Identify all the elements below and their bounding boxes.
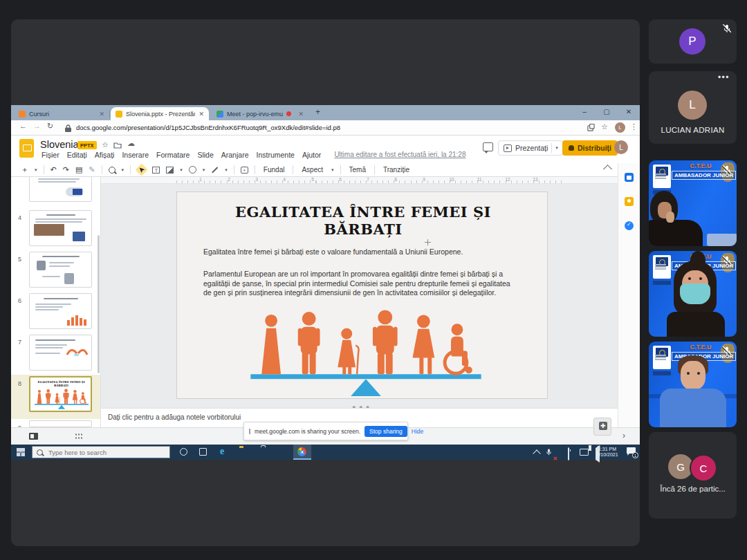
participant-video-tile-2[interactable]: C.T.E.U AMBASADOR JUNIOR (649, 251, 737, 337)
paint-format-icon[interactable]: ✎ (89, 165, 95, 174)
document-title[interactable]: Slovenia (40, 139, 79, 150)
comment-history-icon[interactable] (483, 142, 493, 151)
speaker-notes-placeholder[interactable]: Dați clic pentru a adăuga notele vorbito… (108, 413, 241, 421)
new-slide-button[interactable]: ＋ (21, 165, 28, 175)
window-close-button[interactable]: ✕ (620, 105, 638, 119)
network-display-icon[interactable] (580, 449, 589, 456)
tile-options-icon[interactable]: ••• (718, 73, 730, 82)
screen-share-tile[interactable]: Cursuri ✕ Slovenia.pptx - Prezentări Goo… (11, 19, 640, 546)
stop-sharing-button[interactable]: Stop sharing (365, 426, 407, 437)
menu-aranjare[interactable]: Aranjare (221, 151, 249, 159)
filmstrip-scrollbar[interactable] (98, 235, 100, 373)
current-slide[interactable]: EGALITATEA ÎNTRE FEMEI ȘI BĂRBAȚI Egalit… (176, 192, 548, 399)
taskbar-clock[interactable]: 1:31 PM 5/10/2021 (593, 447, 621, 458)
taskbar-search[interactable] (32, 446, 170, 458)
menu-instrumente[interactable]: Instrumente (256, 151, 294, 159)
zoom-icon[interactable] (109, 167, 116, 174)
share-button[interactable]: Distribuiți (562, 140, 618, 156)
slides-logo[interactable] (19, 139, 34, 158)
print-icon[interactable]: ▤ (75, 165, 82, 174)
browser-profile-avatar[interactable]: L (615, 122, 625, 133)
participants-overflow-tile[interactable]: G C Încă 26 de partic... (649, 432, 737, 519)
menu-ajutor[interactable]: Ajutor (302, 151, 321, 159)
tab-close-icon[interactable]: ✕ (99, 111, 104, 118)
address-input[interactable]: docs.google.com/presentation/d/1p5JCJbsB… (76, 124, 340, 131)
file-explorer-icon[interactable] (239, 447, 249, 457)
extension-icon[interactable] (587, 124, 595, 131)
zoom-dropdown[interactable]: ▾ (122, 167, 124, 173)
back-icon[interactable]: ← (19, 122, 27, 130)
start-button[interactable] (17, 448, 25, 456)
tab-meet[interactable]: Meet - pop-irvu-emu ✕ (212, 107, 308, 120)
filmstrip-view-icon[interactable] (29, 433, 38, 440)
menu-slide[interactable]: Slide (197, 151, 213, 159)
star-document-icon[interactable]: ☆ (102, 140, 109, 149)
hide-banner-link[interactable]: Hide (412, 428, 423, 435)
window-minimize-button[interactable]: – (575, 105, 593, 119)
expand-panel-icon[interactable]: › (622, 431, 625, 440)
move-handle-icon[interactable] (425, 239, 431, 245)
slide-thumbnail-8-selected[interactable]: EGALITATEA ÎNTRE FEMEI ȘI BĂRBAȚI (29, 376, 92, 412)
tab-cursuri[interactable]: Cursuri ✕ (14, 107, 109, 120)
participant-tile-p[interactable]: P (649, 19, 737, 64)
undo-icon[interactable]: ↶ (50, 165, 57, 174)
tab-close-icon[interactable]: ✕ (199, 111, 204, 118)
slide-thumbnail-4[interactable] (29, 210, 92, 246)
insert-image-icon[interactable] (166, 167, 174, 174)
tab-slides-active[interactable]: Slovenia.pptx - Prezentări Googl ✕ (111, 107, 209, 120)
tray-mic-icon[interactable] (545, 448, 553, 456)
insert-shape-icon[interactable] (189, 166, 196, 174)
grid-view-icon[interactable] (75, 433, 82, 440)
last-edit-link[interactable]: Ultima editare a fost efectuată ieri, la… (334, 151, 465, 159)
keep-icon[interactable] (625, 197, 634, 206)
browser-menu-icon[interactable]: ⋮ (630, 122, 638, 131)
slide-thumbnail-5[interactable] (29, 252, 92, 288)
calendar-icon[interactable] (625, 173, 634, 182)
reload-icon[interactable]: ↻ (47, 122, 53, 131)
menu-editati[interactable]: Editați (67, 151, 87, 159)
forward-icon[interactable]: → (33, 122, 41, 130)
mail-icon[interactable] (278, 447, 288, 457)
participant-video-tile-1[interactable]: C.T.E.U AMBASADOR JUNIOR (649, 160, 737, 246)
text-box-icon[interactable]: T (152, 167, 160, 174)
slide-thumbnail-6[interactable] (29, 293, 92, 329)
participant-video-tile-3[interactable]: C.T.E.U AMBASADOR JUNIOR (649, 342, 737, 427)
redo-icon[interactable]: ↷ (63, 165, 69, 174)
cloud-status-icon[interactable]: ☁ (127, 139, 135, 148)
account-avatar[interactable]: L (614, 140, 628, 154)
layout-button[interactable]: Aspect (299, 166, 325, 174)
select-cursor-icon[interactable]: ➤ (135, 163, 148, 176)
new-slide-dropdown[interactable]: ▾ (35, 167, 37, 173)
window-maximize-button[interactable]: ▢ (598, 105, 616, 119)
insert-line-icon[interactable] (212, 167, 218, 173)
tray-expand-icon[interactable] (533, 449, 540, 457)
menu-fisier[interactable]: Fișier (42, 151, 59, 159)
participant-tile-lucian[interactable]: ••• L LUCIAN ADRIAN (649, 71, 737, 144)
battery-icon[interactable] (568, 447, 569, 460)
microsoft-store-icon[interactable] (259, 447, 268, 457)
present-button[interactable]: Prezentați ▾ (498, 140, 564, 156)
insert-comment-icon[interactable]: + (241, 167, 248, 174)
theme-button[interactable]: Temă (347, 166, 368, 174)
bookmark-star-icon[interactable]: ☆ (601, 122, 608, 131)
share-label: Distribuiți (578, 144, 611, 152)
cortana-icon[interactable] (180, 448, 187, 456)
task-view-icon[interactable] (199, 448, 207, 456)
slide-thumbnail-3[interactable] (29, 177, 92, 202)
search-input[interactable] (47, 448, 160, 457)
add-shortcut-button[interactable] (593, 418, 611, 436)
slide-thumbnail-9[interactable] (29, 420, 92, 427)
transition-button[interactable]: Tranziție (381, 166, 412, 174)
edge-icon[interactable]: e (220, 447, 230, 456)
tab-close-icon[interactable]: ✕ (298, 111, 304, 118)
new-tab-button[interactable]: + (315, 107, 320, 117)
present-dropdown-icon[interactable]: ▾ (555, 145, 558, 151)
menu-afisati[interactable]: Afișați (95, 151, 115, 159)
background-button[interactable]: Fundal (261, 166, 287, 174)
chrome-taskbar-active[interactable] (293, 445, 311, 460)
menu-formatare[interactable]: Formatare (156, 151, 190, 159)
move-folder-icon[interactable] (113, 142, 122, 149)
menu-inserare[interactable]: Inserare (122, 151, 149, 159)
slide-thumbnail-7[interactable]: tttt (29, 335, 92, 371)
tasks-icon[interactable] (625, 221, 634, 230)
